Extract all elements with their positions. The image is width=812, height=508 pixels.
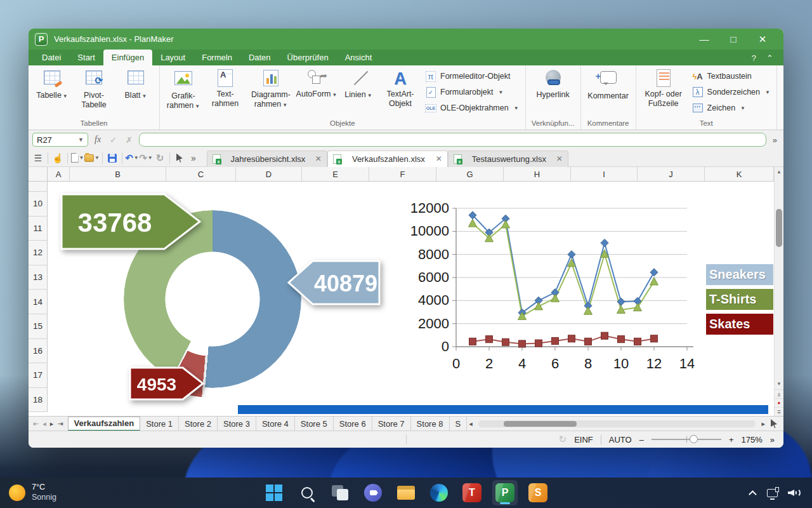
column-header-H[interactable]: H: [504, 167, 571, 182]
sheet-tab-store-7[interactable]: Store 7: [372, 417, 411, 431]
row-header-17[interactable]: 17: [29, 363, 48, 388]
tabelle-button[interactable]: Tabelle▼: [31, 67, 73, 100]
select-pointer-icon[interactable]: [173, 150, 187, 166]
split-up-button[interactable]: ±: [775, 389, 783, 398]
sheet-tab-store-1[interactable]: Store 1: [140, 417, 179, 431]
row-header-18[interactable]: 18: [29, 388, 48, 413]
repeat-button[interactable]: ↻: [153, 150, 167, 166]
row-header-16[interactable]: 16: [29, 339, 48, 364]
kommentar-button[interactable]: + Kommentar: [584, 67, 633, 101]
menu-tab-einfügen[interactable]: Einfügen: [103, 50, 152, 65]
row-header-14[interactable]: 14: [29, 290, 48, 314]
linien-button[interactable]: Linien▼: [337, 67, 379, 100]
taskbar-edge-button[interactable]: [426, 480, 452, 505]
menu-tab-ansicht[interactable]: Ansicht: [337, 50, 381, 65]
column-header-I[interactable]: I: [571, 167, 638, 182]
kopf-fusszeile-button[interactable]: Kopf- oder Fußzeile: [639, 67, 688, 109]
calc-mode-indicator[interactable]: AUTO: [609, 435, 632, 444]
row-header-11[interactable]: 11: [29, 217, 48, 241]
select-objects-icon[interactable]: [767, 416, 781, 431]
sheet-tab-store-4[interactable]: Store 4: [256, 417, 295, 431]
textart-button[interactable]: A TextArt-Objekt: [379, 67, 421, 109]
column-header-A[interactable]: A: [48, 167, 70, 182]
hyperlink-button[interactable]: Hyperlink: [528, 67, 578, 100]
split-down-button[interactable]: ∓: [775, 407, 783, 416]
help-button[interactable]: ?: [752, 53, 756, 63]
callout-skates[interactable]: 4953: [129, 366, 204, 401]
textrahmen-button[interactable]: A Text-rahmen: [204, 67, 246, 109]
open-document-button[interactable]: ▼: [84, 150, 100, 166]
collapse-ribbon-button[interactable]: ⌃: [766, 53, 773, 63]
row-header-12[interactable]: 12: [29, 241, 48, 265]
horizontal-scrollbar[interactable]: [478, 420, 756, 427]
last-sheet-icon[interactable]: ⇥: [55, 420, 65, 428]
taskbar-search-button[interactable]: [294, 480, 320, 505]
toolbar-overflow-icon[interactable]: »: [187, 150, 200, 166]
column-header-C[interactable]: C: [166, 167, 236, 182]
autoform-button[interactable]: ➦ AutoForm▼: [296, 67, 337, 99]
sonderzeichen-button[interactable]: λ Sonderzeichen▼: [692, 86, 770, 98]
zoom-out-button[interactable]: –: [639, 435, 644, 444]
cancel-icon[interactable]: ✗: [123, 135, 135, 145]
sheet-tab-store-8[interactable]: Store 8: [411, 417, 450, 431]
undo-button[interactable]: ↶▼: [125, 150, 139, 166]
redo-button[interactable]: ↷▼: [139, 150, 153, 166]
taskbar-textmaker-button[interactable]: T: [459, 480, 485, 505]
scroll-up-icon[interactable]: ▲: [776, 167, 782, 177]
menu-tab-start[interactable]: Start: [69, 50, 103, 65]
hscroll-left-icon[interactable]: ◂: [467, 420, 475, 428]
sheet-tab-store-2[interactable]: Store 2: [179, 417, 218, 431]
document-tab[interactable]: Testauswertung.xlsx✕: [448, 150, 568, 167]
taskbar-chat-button[interactable]: [360, 480, 386, 505]
sheet-canvas[interactable]: 33768 40879 4953 02000400060008000100001…: [48, 182, 774, 416]
next-sheet-icon[interactable]: ▸: [48, 420, 56, 428]
save-button[interactable]: [105, 150, 119, 166]
sheet-tab-verkaufszahlen[interactable]: Verkaufszahlen: [68, 417, 141, 431]
menu-tab-überprüfen[interactable]: Überprüfen: [279, 50, 337, 65]
close-button[interactable]: ✕: [748, 29, 777, 50]
pan-hand-icon[interactable]: ☝: [51, 150, 65, 166]
sync-icon[interactable]: ↻: [559, 434, 567, 445]
scroll-down-icon[interactable]: ▼: [776, 379, 782, 389]
close-tab-icon[interactable]: ✕: [315, 154, 322, 163]
column-header-G[interactable]: G: [436, 167, 504, 182]
fx-icon[interactable]: fx: [92, 135, 103, 145]
volume-icon[interactable]: [788, 488, 801, 498]
row-header-13[interactable]: 13: [29, 265, 48, 290]
close-tab-icon[interactable]: ✕: [436, 154, 442, 163]
formularobjekt-button[interactable]: ✓ Formularobjekt▼: [425, 86, 519, 98]
column-header-D[interactable]: D: [236, 167, 302, 182]
column-header-J[interactable]: J: [638, 167, 705, 182]
sheet-tab-store-3[interactable]: Store 3: [218, 417, 256, 431]
ole-objektrahmen-button[interactable]: OLE OLE-Objektrahmen▼: [425, 102, 519, 114]
menu-tab-daten[interactable]: Daten: [240, 50, 279, 65]
vertical-scrollbar[interactable]: ▲ ▼ ± ● ∓: [774, 167, 783, 416]
line-chart[interactable]: 02000400060008000100001200002468101214: [402, 187, 701, 391]
sheet-tab-store-5[interactable]: Store 5: [295, 417, 334, 431]
zoom-slider[interactable]: [652, 439, 721, 440]
name-box[interactable]: R27▼: [32, 133, 88, 147]
formula-input[interactable]: [139, 133, 766, 147]
taskbar-planmaker-button[interactable]: P: [492, 480, 518, 505]
first-sheet-icon[interactable]: ⇤: [31, 420, 41, 428]
record-dot-icon[interactable]: ●: [775, 398, 783, 407]
sidebar-toggle-icon[interactable]: ☰: [31, 150, 45, 166]
taskbar-file-explorer-button[interactable]: [393, 480, 419, 505]
name-box-dropdown-icon[interactable]: ▼: [78, 137, 84, 143]
document-tab[interactable]: Verkaufszahlen.xlsx✕: [327, 150, 448, 167]
select-all-corner[interactable]: [29, 167, 48, 182]
textbaustein-button[interactable]: ϟA Textbaustein: [692, 70, 770, 83]
column-header-B[interactable]: B: [70, 167, 166, 182]
taskbar-presentations-button[interactable]: S: [525, 480, 551, 505]
sheet-tab-store-6[interactable]: Store 6: [334, 417, 372, 431]
insert-mode-indicator[interactable]: EINF: [574, 435, 593, 444]
zoom-slider-knob[interactable]: [690, 435, 698, 443]
callout-tshirts[interactable]: 33768: [60, 193, 201, 250]
minimize-button[interactable]: —: [690, 29, 719, 50]
tray-chevron-up-icon[interactable]: [749, 490, 757, 498]
network-icon[interactable]: [767, 489, 778, 497]
row-header-partial[interactable]: [29, 182, 48, 192]
column-header-E[interactable]: E: [302, 167, 369, 182]
formula-bar-overflow-icon[interactable]: »: [770, 135, 780, 145]
zeichen-button[interactable]: ··· Zeichen▼: [692, 102, 770, 114]
